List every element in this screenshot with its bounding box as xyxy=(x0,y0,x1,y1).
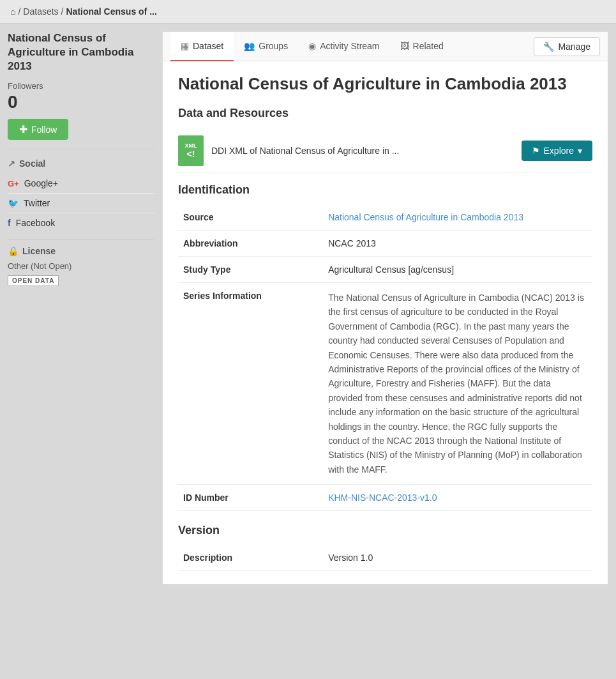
table-row-source: Source National Census of Agriculture in… xyxy=(178,204,592,231)
twitter-icon: 🐦 xyxy=(8,198,19,208)
facebook-icon: f xyxy=(8,218,11,228)
follow-btn-label: Follow xyxy=(31,125,57,135)
home-icon[interactable]: ⌂ xyxy=(10,6,15,17)
tab-activity-stream[interactable]: ◉ Activity Stream xyxy=(298,32,389,61)
followers-count: 0 xyxy=(8,92,154,112)
explore-button[interactable]: ⚑ Explore ▾ xyxy=(522,141,592,161)
manage-button[interactable]: 🔧 Manage xyxy=(534,37,600,56)
study-type-label: Study Type xyxy=(178,257,323,283)
wrench-icon: 🔧 xyxy=(543,42,554,52)
abbreviation-label: Abbreviation xyxy=(178,231,323,257)
resource-left: XML <! DDI XML of National Census of Agr… xyxy=(178,135,399,166)
main-content-panel: ▦ Dataset 👥 Groups ◉ Activity Stream 🖼 R… xyxy=(162,31,608,584)
identification-section: Identification Source National Census of… xyxy=(178,183,592,511)
plus-icon: ✚ xyxy=(19,123,27,135)
source-value: National Census of Agriculture in Cambod… xyxy=(323,204,592,231)
id-number-value: KHM-NIS-NCAC-2013-v1.0 xyxy=(323,485,592,511)
followers-label: Followers xyxy=(8,81,154,91)
breadcrumb: ⌂ / Datasets / National Census of ... xyxy=(0,0,616,24)
users-icon: 👥 xyxy=(244,41,255,51)
dataset-main-title: National Census of Agriculture in Cambod… xyxy=(178,74,592,94)
bar-chart-icon: ▦ xyxy=(181,41,189,51)
social-section: ↗ Social G+ Google+ 🐦 Twitter f Facebook xyxy=(8,158,154,240)
tabs-bar: ▦ Dataset 👥 Groups ◉ Activity Stream 🖼 R… xyxy=(163,32,608,61)
source-label: Source xyxy=(178,204,323,231)
table-row-abbreviation: Abbreviation NCAC 2013 xyxy=(178,231,592,257)
version-heading: Version xyxy=(178,524,592,537)
abbreviation-value: NCAC 2013 xyxy=(323,231,592,257)
license-section-title: 🔒 License xyxy=(8,246,154,256)
open-data-badge: OPEN DATA xyxy=(8,275,59,286)
id-number-label: ID Number xyxy=(178,485,323,511)
social-section-title: ↗ Social xyxy=(8,158,154,169)
version-table: Description Version 1.0 xyxy=(178,545,592,571)
manage-btn-label: Manage xyxy=(558,42,590,52)
tab-related[interactable]: 🖼 Related xyxy=(390,32,454,61)
table-row-study-type: Study Type Agricultural Census [ag/censu… xyxy=(178,257,592,283)
description-value: Version 1.0 xyxy=(323,545,592,571)
pulse-icon: ◉ xyxy=(308,41,316,51)
xml-file-icon: XML <! xyxy=(178,135,204,166)
explore-dropdown-icon: ▾ xyxy=(578,146,582,156)
series-info-label: Series Information xyxy=(178,283,323,485)
tab-dataset[interactable]: ▦ Dataset xyxy=(170,32,234,61)
lock-icon: 🔒 xyxy=(8,246,19,256)
explore-btn-label: Explore xyxy=(544,146,574,156)
sidebar-dataset-title: National Census of Agriculture in Cambod… xyxy=(8,31,154,73)
main-body: National Census of Agriculture in Cambod… xyxy=(163,61,608,584)
social-facebook-link[interactable]: f Facebook xyxy=(8,213,154,233)
flag-icon: ⚑ xyxy=(532,146,540,156)
table-row-description: Description Version 1.0 xyxy=(178,545,592,571)
followers-section: Followers 0 ✚ Follow xyxy=(8,81,154,149)
sidebar: National Census of Agriculture in Cambod… xyxy=(8,31,154,584)
id-number-link[interactable]: KHM-NIS-NCAC-2013-v1.0 xyxy=(328,492,437,503)
study-type-value: Agricultural Census [ag/census] xyxy=(323,257,592,283)
resource-row: XML <! DDI XML of National Census of Agr… xyxy=(178,129,592,173)
identification-table: Source National Census of Agriculture in… xyxy=(178,204,592,511)
google-icon: G+ xyxy=(8,179,19,188)
source-link[interactable]: National Census of Agriculture in Cambod… xyxy=(328,212,523,222)
breadcrumb-datasets-link[interactable]: Datasets xyxy=(23,6,58,17)
tab-groups[interactable]: 👥 Groups xyxy=(234,32,298,61)
breadcrumb-separator-1: / xyxy=(18,6,20,17)
social-twitter-link[interactable]: 🐦 Twitter xyxy=(8,194,154,213)
license-text: Other (Not Open) xyxy=(8,261,154,271)
picture-icon: 🖼 xyxy=(400,41,409,51)
table-row-id-number: ID Number KHM-NIS-NCAC-2013-v1.0 xyxy=(178,485,592,511)
google-label: Google+ xyxy=(24,178,58,188)
license-section: 🔒 License Other (Not Open) OPEN DATA xyxy=(8,246,154,286)
data-resources-heading: Data and Resources xyxy=(178,107,592,120)
series-info-value: The National Census of Agriculture in Ca… xyxy=(323,283,592,485)
resource-name: DDI XML of National Census of Agricultur… xyxy=(211,146,399,156)
twitter-label: Twitter xyxy=(24,198,50,208)
tabs-left: ▦ Dataset 👥 Groups ◉ Activity Stream 🖼 R… xyxy=(170,32,454,61)
table-row-series-info: Series Information The National Census o… xyxy=(178,283,592,485)
follow-button[interactable]: ✚ Follow xyxy=(8,119,68,140)
identification-heading: Identification xyxy=(178,183,592,197)
breadcrumb-separator-2: / xyxy=(61,6,64,17)
share-icon: ↗ xyxy=(8,158,15,169)
facebook-label: Facebook xyxy=(16,218,55,228)
breadcrumb-current: National Census of ... xyxy=(66,6,157,17)
version-section: Version Description Version 1.0 xyxy=(178,524,592,571)
social-google-link[interactable]: G+ Google+ xyxy=(8,174,154,194)
description-label: Description xyxy=(178,545,323,571)
